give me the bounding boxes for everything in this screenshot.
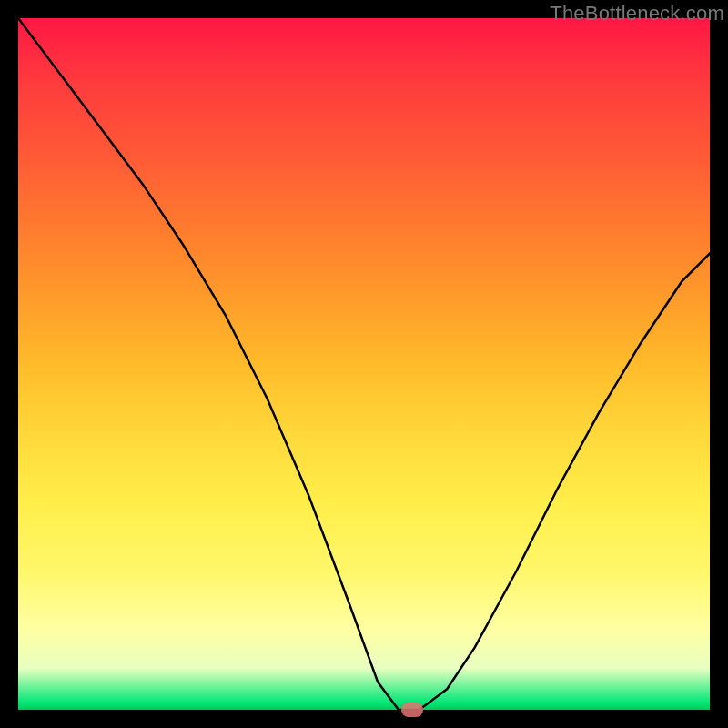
optimal-marker [401,703,423,717]
plot-area [18,18,710,710]
watermark-text: TheBottleneck.com [550,2,724,25]
curve-layer [18,18,710,710]
bottleneck-curve [18,18,710,710]
